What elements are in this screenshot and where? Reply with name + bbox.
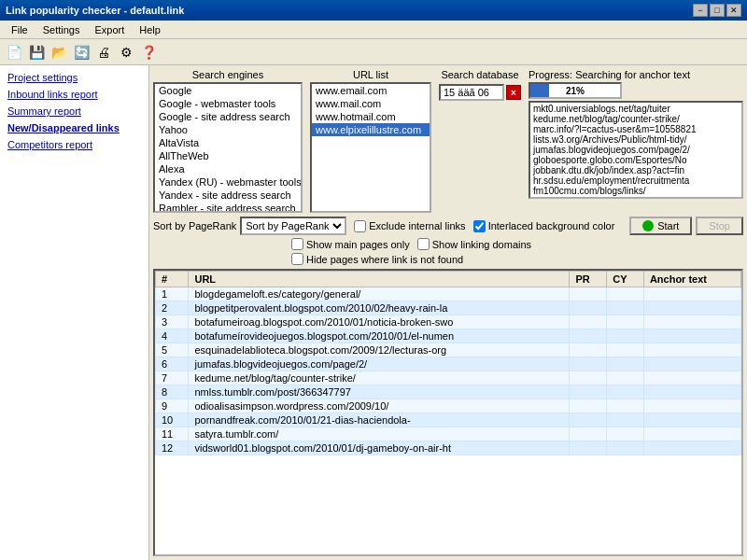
cell-cy <box>607 329 644 343</box>
menu-export[interactable]: Export <box>87 22 132 37</box>
show-main-checkbox[interactable] <box>291 238 303 250</box>
show-main-label[interactable]: Show main pages only <box>291 238 410 250</box>
save-icon[interactable]: 💾 <box>26 42 47 63</box>
results-table-container[interactable]: # URL PR CY Anchor text 1 blogdegameloft… <box>153 269 743 556</box>
menu-help[interactable]: Help <box>132 22 168 37</box>
close-button[interactable]: ✕ <box>726 4 741 17</box>
sidebar-item-inbound-links[interactable]: Inbound links report <box>0 86 148 103</box>
main-content: Project settings Inbound links report Su… <box>0 65 747 560</box>
cell-url: botafumeiroag.blogspot.com/2010/01/notic… <box>189 315 570 329</box>
cell-pr <box>570 343 607 357</box>
start-icon <box>642 220 654 231</box>
search-database-label: Search database <box>439 69 521 80</box>
stop-button[interactable]: Stop <box>696 217 743 235</box>
sort-row: Sort by PageRank Sort by PageRank Sort b… <box>153 217 346 235</box>
search-database-close[interactable]: × <box>506 85 521 100</box>
engine-google[interactable]: Google <box>155 84 301 97</box>
cell-num: 5 <box>156 343 189 357</box>
window-controls[interactable]: − □ ✕ <box>693 4 741 17</box>
table-row[interactable]: 12 vidsworld01.blogspot.com/2010/01/dj-g… <box>156 441 741 455</box>
url-hotmail[interactable]: www.hotmail.com <box>312 110 430 123</box>
cell-num: 1 <box>156 287 189 301</box>
url-list-panel: URL list www.email.com www.mail.com www.… <box>310 69 431 213</box>
engine-google-webmaster[interactable]: Google - webmaster tools <box>155 97 301 110</box>
search-engines-list[interactable]: Google Google - webmaster tools Google -… <box>153 82 303 213</box>
progress-link-4: lists.w3.org/Archives/Public/html-tidy/ <box>533 134 739 145</box>
table-row[interactable]: 10 pornandfreak.com/2010/01/21-dias-haci… <box>156 413 741 427</box>
cell-anchor <box>643 427 740 441</box>
table-row[interactable]: 6 jumafas.blogvideojuegos.com/page/2/ <box>156 357 741 371</box>
cell-anchor <box>643 441 740 455</box>
progress-link-3: marc.info/?l=cactus-user&m=10558821 <box>533 124 739 134</box>
progress-area: Progress: Searching for anchor text 21% … <box>529 69 743 199</box>
table-row[interactable]: 1 blogdegameloft.es/category/general/ <box>156 287 741 301</box>
engine-yahoo[interactable]: Yahoo <box>155 123 301 136</box>
show-linking-label[interactable]: Show linking domains <box>417 238 531 250</box>
exclude-internal-checkbox[interactable] <box>354 220 366 232</box>
progress-bar-row: 21% <box>529 82 743 99</box>
refresh-icon[interactable]: 🔄 <box>71 42 92 63</box>
url-list[interactable]: www.email.com www.mail.com www.hotmail.c… <box>310 82 431 213</box>
engine-alltheweb[interactable]: AllTheWeb <box>155 149 301 162</box>
table-row[interactable]: 2 blogpetitperovalent.blogspot.com/2010/… <box>156 301 741 315</box>
cell-url: nmlss.tumblr.com/post/366347797 <box>189 385 570 399</box>
sidebar-item-summary[interactable]: Summary report <box>0 103 148 119</box>
options-row-2: Show main pages only Show linking domain… <box>153 238 743 250</box>
options-section: Sort by PageRank Sort by PageRank Sort b… <box>153 217 743 265</box>
sort-select[interactable]: Sort by PageRank Sort by URL Sort by PR … <box>240 217 346 235</box>
settings-icon[interactable]: ⚙ <box>116 42 136 63</box>
menu-settings[interactable]: Settings <box>35 22 88 37</box>
cell-num: 12 <box>156 441 189 455</box>
table-row[interactable]: 5 esquinadelablioteca.blogspot.com/2009/… <box>156 343 741 357</box>
new-icon[interactable]: 📄 <box>4 42 24 63</box>
sidebar-item-competitors[interactable]: Competitors report <box>0 136 148 153</box>
show-linking-checkbox[interactable] <box>417 238 430 250</box>
cell-anchor <box>643 357 740 371</box>
url-mail[interactable]: www.mail.com <box>312 97 430 110</box>
print-icon[interactable]: 🖨 <box>93 42 114 63</box>
cell-url: botafumeírovideojuegos.blogspot.com/2010… <box>189 329 570 343</box>
table-row[interactable]: 3 botafumeiroag.blogspot.com/2010/01/not… <box>156 315 741 329</box>
hide-not-found-checkbox[interactable] <box>291 253 303 265</box>
engine-yandex-site[interactable]: Yandex - site address search <box>155 189 301 202</box>
col-num: # <box>156 272 189 287</box>
progress-link-8: hr.sdsu.edu/employment/recruitmenta <box>533 175 739 186</box>
cell-pr <box>570 287 607 301</box>
interlaced-bg-checkbox[interactable] <box>473 220 486 232</box>
sidebar-item-project-settings[interactable]: Project settings <box>0 69 148 86</box>
cell-anchor <box>643 329 740 343</box>
cell-pr <box>570 315 607 329</box>
hide-not-found-label[interactable]: Hide pages where link is not found <box>291 253 463 265</box>
url-elpixel[interactable]: www.elpixelillustre.com <box>312 123 430 136</box>
cell-url: blogdegameloft.es/category/general/ <box>189 287 570 301</box>
table-row[interactable]: 8 nmlss.tumblr.com/post/366347797 <box>156 385 741 399</box>
engine-altavista[interactable]: AltaVista <box>155 136 301 149</box>
menu-file[interactable]: File <box>4 22 35 37</box>
engine-alexa[interactable]: Alexa <box>155 162 301 175</box>
engine-google-site[interactable]: Google - site address search <box>155 110 301 123</box>
engine-rambler[interactable]: Rambler - site address search <box>155 202 301 213</box>
cell-pr <box>570 357 607 371</box>
url-email[interactable]: www.email.com <box>312 84 430 97</box>
table-row[interactable]: 11 satyra.tumblr.com/ <box>156 427 741 441</box>
progress-link-7: jobbank.dtu.dk/job/index.asp?act=fin <box>533 165 739 175</box>
table-row[interactable]: 7 kedume.net/blog/tag/counter-strike/ <box>156 371 741 385</box>
start-button[interactable]: Start <box>629 217 692 235</box>
open-icon[interactable]: 📂 <box>49 42 69 63</box>
cell-num: 10 <box>156 413 189 427</box>
table-row[interactable]: 4 botafumeírovideojuegos.blogspot.com/20… <box>156 329 741 343</box>
sidebar-item-new-disappeared[interactable]: New/Disappeared links <box>0 119 148 136</box>
cell-cy <box>607 287 644 301</box>
search-database-input[interactable] <box>439 84 504 101</box>
maximize-button[interactable]: □ <box>710 4 725 17</box>
minimize-button[interactable]: − <box>693 4 708 17</box>
cell-pr <box>570 413 607 427</box>
table-row[interactable]: 9 odioalisasimpson.wordpress.com/2009/10… <box>156 399 741 413</box>
engine-yandex-webmaster[interactable]: Yandex (RU) - webmaster tools <box>155 175 301 189</box>
interlaced-bg-label[interactable]: Interlaced background color <box>473 220 615 232</box>
cell-num: 7 <box>156 371 189 385</box>
help-icon[interactable]: ❓ <box>138 42 159 63</box>
cell-pr <box>570 441 607 455</box>
cell-pr <box>570 371 607 385</box>
exclude-internal-label[interactable]: Exclude internal links <box>354 220 465 232</box>
